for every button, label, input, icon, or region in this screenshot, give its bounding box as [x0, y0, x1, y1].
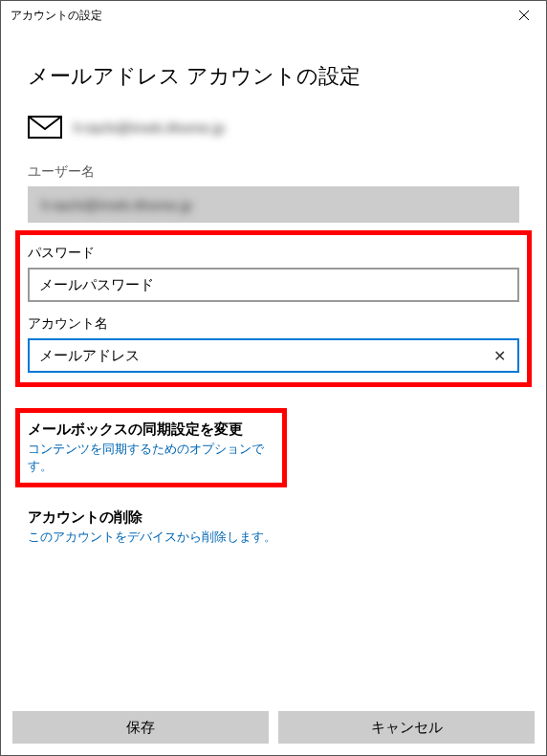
- username-field: h-tachi@imeb.ithome.jp: [28, 186, 519, 223]
- save-button[interactable]: 保存: [12, 711, 269, 744]
- delete-account-section: アカウントの削除 このアカウントをデバイスから削除します。: [28, 508, 519, 546]
- titlebar: アカウントの設定: [1, 1, 546, 30]
- username-label: ユーザー名: [28, 163, 519, 181]
- password-input[interactable]: [28, 268, 519, 302]
- mail-icon: [28, 116, 62, 139]
- clear-icon[interactable]: ✕: [492, 347, 508, 365]
- password-group: パスワード: [28, 245, 519, 302]
- delete-account-subtitle: このアカウントをデバイスから削除します。: [28, 529, 519, 546]
- sync-settings-link[interactable]: メールボックスの同期設定を変更: [28, 421, 274, 439]
- username-value: h-tachi@imeb.ithome.jp: [41, 197, 192, 213]
- account-name-input[interactable]: [39, 348, 492, 364]
- close-icon: [518, 10, 530, 21]
- email-display-row: h-tachi@imeb.ithome.jp: [28, 116, 519, 139]
- close-button[interactable]: [510, 1, 538, 30]
- account-name-label: アカウント名: [28, 315, 519, 333]
- highlight-box-fields: パスワード アカウント名 ✕: [15, 230, 532, 387]
- delete-account-link[interactable]: アカウントの削除: [28, 508, 519, 527]
- cancel-button[interactable]: キャンセル: [278, 711, 535, 744]
- account-name-group: アカウント名 ✕: [28, 315, 519, 373]
- account-settings-dialog: アカウントの設定 メールアドレス アカウントの設定 h-tachi@imeb.i…: [0, 0, 547, 756]
- password-label: パスワード: [28, 245, 519, 262]
- content-area: メールアドレス アカウントの設定 h-tachi@imeb.ithome.jp …: [1, 30, 546, 546]
- account-name-input-wrapper[interactable]: ✕: [28, 338, 519, 373]
- footer-buttons: 保存 キャンセル: [12, 711, 535, 744]
- highlight-box-sync: メールボックスの同期設定を変更 コンテンツを同期するためのオプションです。: [15, 408, 287, 487]
- sync-settings-subtitle: コンテンツを同期するためのオプションです。: [28, 441, 274, 475]
- window-title: アカウントの設定: [11, 8, 102, 24]
- page-heading: メールアドレス アカウントの設定: [28, 62, 519, 91]
- email-address-display: h-tachi@imeb.ithome.jp: [74, 119, 225, 136]
